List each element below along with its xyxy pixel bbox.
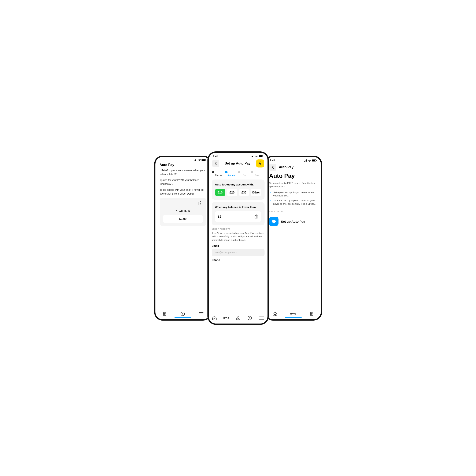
svg-text:?: ? [182,313,184,315]
wifi-icon-right [308,159,311,162]
nav-icon-dots-center[interactable] [223,315,229,321]
battery-icon-left [202,159,206,161]
email-label: Email [212,244,265,247]
nav-icon-help-left[interactable]: ? [180,311,186,317]
step-label-energy: Energy [215,174,222,176]
signal-icon-center [251,155,254,157]
status-icons-center [251,155,263,157]
amount-btn-10[interactable]: £10 [215,189,225,196]
auto-pay-title: Auto Pay [266,172,321,179]
status-bar-center: 9:41 [209,153,268,159]
credit-card: Credit limit £2.00 [160,198,206,226]
svg-rect-6 [206,160,206,160]
svg-rect-28 [306,159,307,162]
step-dot-pay [238,171,240,173]
amount-btn-30[interactable]: £30 [239,189,249,196]
svg-rect-11 [252,156,252,157]
nav-icon-help-center[interactable]: ? [247,315,253,321]
svg-rect-32 [316,160,317,161]
infinity-icon [269,217,278,226]
check-mark-2: ✓ [269,199,272,205]
left-title: Auto Pay [155,162,210,169]
right-screen: Auto Pay Auto Pay Set up automatic PAYG … [266,163,321,309]
status-icons-left [194,159,206,161]
svg-text:?: ? [249,317,251,319]
step-dot-energy [212,171,214,173]
check-list: ✓ Set repeat top-ups for yo... meter whe… [266,191,321,207]
status-time-right: 9:41 [270,159,275,162]
phone-right: 9:41 [265,156,322,321]
battery-icon-right [312,159,317,162]
svg-rect-5 [202,159,205,161]
svg-rect-12 [252,156,253,157]
nav-icon-home-right[interactable] [272,311,278,317]
center-header: Set up Auto Pay [209,159,268,169]
balance-value: £2 [218,215,221,218]
setup-autopay-button[interactable]: Set up Auto Pay [266,217,321,226]
left-content: c PAYG top-ups so you never when your ba… [155,169,210,226]
nav-icon-pound-left[interactable] [162,311,168,317]
check-mark-1: ✓ [269,191,272,198]
right-header: Auto Pay [266,163,321,172]
credit-value: £2.00 [163,215,203,223]
topup-card: Auto top-up my account with: £10 £20 £30… [212,180,265,200]
svg-rect-25 [304,161,305,162]
back-button-center[interactable] [212,160,219,167]
nav-icon-pound-right[interactable] [308,311,314,317]
step-label-amount: Amount [228,174,236,177]
amount-btn-20[interactable]: £20 [227,189,237,196]
amount-btn-other[interactable]: Other [251,189,261,196]
center-screen: Set up Auto Pay Energy [209,159,268,313]
step-energy: Energy [212,171,225,176]
email-input[interactable]: sam@example.com [212,249,265,256]
svg-rect-13 [253,155,253,157]
check-text-1: Set repeat top-ups for yo... meter when … [273,191,317,198]
nav-icon-dots-right[interactable] [290,311,296,317]
left-desc1: c PAYG top-ups so you never when your ba… [160,169,206,176]
step-dot-done [251,171,253,173]
signal-icon-right [304,159,307,162]
step-line-2 [228,172,238,172]
svg-rect-1 [195,160,195,161]
receipt-label: NEED A RECEIPT? [212,228,265,230]
phone-label: Phone [212,258,265,262]
bottom-nav-right [266,309,321,319]
step-label-done: Done [255,174,260,176]
wifi-icon-center [255,155,258,157]
back-button-right[interactable] [269,164,276,171]
svg-rect-26 [305,160,305,162]
left-desc3: op-up is paid with your bank ll never go… [160,188,206,196]
step-line-1 [214,172,225,172]
center-title: Set up Auto Pay [224,162,250,165]
svg-point-29 [309,161,310,162]
left-desc2: op-ups for your PAYG your balance reache… [160,178,206,186]
phone-center: 9:41 [207,152,269,325]
svg-rect-2 [195,159,196,161]
nav-icon-home-center[interactable] [211,315,217,321]
trash-icon[interactable] [198,201,203,208]
nav-icon-menu-center[interactable] [259,315,265,321]
auto-pay-desc: Set up automatic PAYG top-u... forget to… [266,181,321,188]
step-amount: Amount [225,171,238,177]
left-screen: Auto Pay c PAYG top-ups so you never whe… [155,162,210,309]
nav-icon-pound-center[interactable] [235,315,241,321]
lightning-button[interactable] [256,159,264,168]
credit-label: Credit limit [176,209,190,214]
wifi-icon-left [198,159,201,161]
svg-rect-17 [263,156,263,157]
bottom-nav-center: ? [209,313,268,323]
receipt-desc: If you'd like a receipt when your Auto P… [212,231,265,242]
lock-icon [255,214,258,220]
status-bar-right: 9:41 [266,157,321,163]
nav-icon-menu-left[interactable] [198,311,204,317]
svg-rect-3 [196,159,196,161]
status-bar-left [155,157,210,162]
step-label-pay: Pay [243,174,246,176]
status-time-center: 9:41 [213,155,218,158]
phone-left: Auto Pay c PAYG top-ups so you never whe… [154,156,212,321]
signal-icon-left [194,159,197,161]
check-item-1: ✓ Set repeat top-ups for yo... meter whe… [269,191,317,198]
receipt-section: NEED A RECEIPT? If you'd like a receipt … [209,228,268,265]
svg-rect-0 [194,160,194,161]
balance-title: When my balance is lower than: [215,205,261,209]
